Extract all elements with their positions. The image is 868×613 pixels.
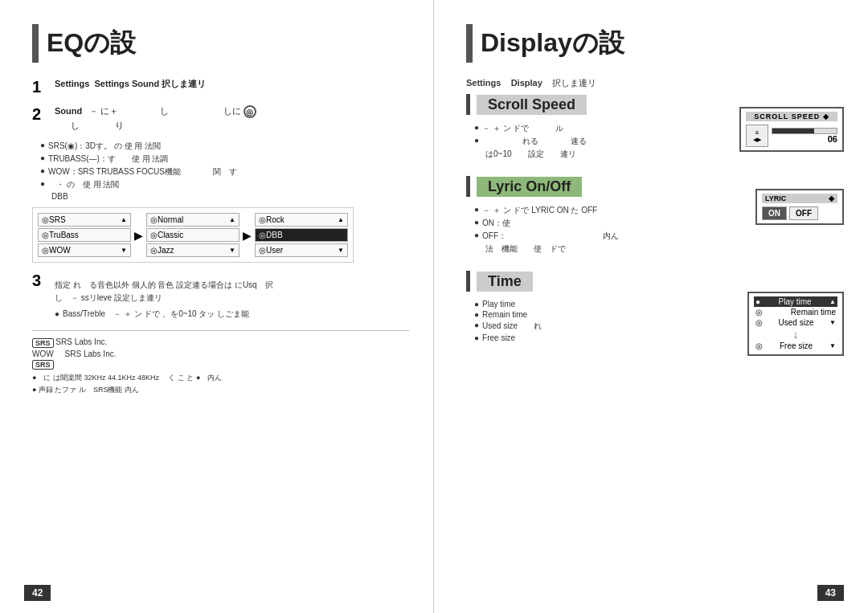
- eq-item-trubass[interactable]: ◎TruBass: [38, 228, 131, 242]
- lyric-off-button[interactable]: OFF: [789, 206, 818, 220]
- title-accent-right: [466, 24, 473, 63]
- time-radio-playtime: ●: [755, 297, 760, 306]
- scroll-bar-fill: [772, 129, 814, 133]
- lyric-widget-header: LYRIC ◆: [762, 194, 837, 203]
- eq-item-dbb[interactable]: ◎DBB: [255, 228, 348, 242]
- time-radio-usedsize: ◎: [755, 318, 763, 327]
- scroll-accent: [466, 94, 470, 115]
- time-item-playtime[interactable]: ● Play time ▲: [754, 296, 837, 307]
- time-freesize-arrow-dn: ▼: [829, 342, 836, 349]
- lyric-bullet-2: ● ON：使: [474, 218, 747, 229]
- lyric-buttons-group: ON OFF: [762, 206, 837, 220]
- scroll-icon-lines: ≡: [755, 129, 760, 137]
- eq-classic-label: ◎Classic: [150, 231, 183, 239]
- lyric-bullet-4-text: 法 機能 使 ドで: [477, 243, 566, 255]
- lyric-title: Lyric On/Off: [477, 177, 582, 197]
- time-usedsize-label: Used size: [779, 318, 814, 327]
- time-bullet-freesize: ● Free size: [474, 333, 739, 342]
- settings-nav: Settings Display 択しま連リ: [466, 77, 844, 89]
- step-2-number: 2: [32, 104, 50, 124]
- time-header: Time: [466, 271, 844, 292]
- bullet-trubass: ● TRUBASS(―)：す 使 用 法調: [40, 153, 409, 165]
- step2-shi: し: [160, 106, 169, 116]
- eq-item-jazz[interactable]: ◎Jazz ▼: [146, 243, 240, 257]
- bullet-srs-text: SRS(◉)：3Dす。 の 使 用 法閲: [48, 141, 161, 152]
- eq-col3-arrow-up: ▲: [338, 216, 344, 223]
- scroll-bar-area: 06: [772, 128, 837, 144]
- scroll-bar-track: [772, 128, 837, 134]
- scroll-icon-box: ≡ ◀▶: [746, 125, 768, 147]
- lyric-widget-label: LYRIC: [765, 194, 786, 202]
- step-3: 3 指定 れ る音色以外 個人的 音色 設定連る場合は にUsq 択 し － s…: [32, 271, 409, 322]
- step-3-number: 3: [32, 271, 50, 290]
- eq-normal-label: ◎Normal: [150, 215, 183, 224]
- bullet-trubass-text: TRUBASS(―)：す 使 用 法調: [48, 153, 168, 165]
- scroll-bullet-2: ● れる 速る: [474, 136, 731, 147]
- srs-notes: SRS SRS Labs Inc. WOW SRS Labs Inc. SRS …: [32, 337, 409, 395]
- eq-col1-arrow-dn: ▼: [121, 247, 127, 254]
- eq-item-srs[interactable]: ◎SRS ▲: [38, 213, 131, 227]
- eq-col2-arrow-dn: ▼: [229, 247, 235, 254]
- eq-col2-arrow-up: ▲: [229, 216, 235, 223]
- page-number-right: 43: [817, 585, 844, 601]
- srs-note-1-text: SRS Labs Inc.: [55, 337, 107, 346]
- time-item-freesize[interactable]: ◎ Free size ▼: [754, 341, 837, 351]
- left-page-title: EQの設: [47, 26, 136, 61]
- lyric-widget: LYRIC ◆ ON OFF: [755, 189, 844, 225]
- right-title-block: Displayの設: [466, 24, 844, 63]
- eq-arrow-1: ▶: [134, 213, 143, 257]
- eq-item-wow[interactable]: ◎WOW ▼: [38, 243, 131, 257]
- lyric-bullet-3-text: OFF： 内ん: [482, 231, 619, 242]
- step2-bullets: ● SRS(◉)：3Dす。 の 使 用 法閲 ● TRUBASS(―)：す 使 …: [40, 141, 409, 201]
- step2-circle-icon: ◎: [244, 105, 256, 118]
- time-bullet-playtime: ● Play time: [474, 300, 739, 309]
- time-item-usedsize[interactable]: ◎ Used size ▼: [754, 317, 837, 328]
- lyric-widget-arrow: ◆: [829, 194, 834, 202]
- eq-selector-grid: ◎SRS ▲ ◎TruBass ◎WOW ▼ ▶ ◎Normal ▲ ◎Clas…: [32, 207, 354, 263]
- bullet-usage-text: ・ の 使 用 法閲: [48, 179, 119, 190]
- lyric-bullet-4: 法 機能 使 ドで: [474, 243, 844, 255]
- step3-text2: し － ssリleve 設定しま連リ: [55, 292, 273, 304]
- left-title-block: EQの設: [32, 24, 409, 63]
- time-remain-label: Remain time: [791, 308, 836, 317]
- step-3-content: 指定 れ る音色以外 個人的 音色 設定連る場合は にUsq 択 し － ssリ…: [55, 279, 273, 322]
- eq-item-normal[interactable]: ◎Normal ▲: [146, 213, 240, 227]
- eq-item-classic[interactable]: ◎Classic: [146, 228, 240, 242]
- eq-item-rock[interactable]: ◎Rock ▲: [255, 213, 348, 227]
- page-number-left: 42: [24, 585, 51, 601]
- eq-dbb-label: ◎DBB: [259, 231, 283, 239]
- scroll-bullet-1-text: － ＋ ン ドで ル: [482, 123, 563, 134]
- time-freesize-text: Free size: [482, 333, 515, 342]
- lyric-on-button[interactable]: ON: [762, 206, 787, 220]
- scroll-speed-title: Scroll Speed: [477, 95, 587, 115]
- title-accent-left: [32, 24, 39, 63]
- wow-note-text: WOW SRS Labs Inc.: [32, 349, 116, 358]
- display-bold-text: Display: [511, 78, 542, 88]
- bullet-wow-text: WOW：SRS TRUBASS FOCUS機能 関 す: [48, 166, 237, 178]
- page-right: Displayの設 Settings Display 択しま連リ Scroll …: [434, 0, 868, 613]
- time-usedsize-text: Used size れ: [482, 321, 542, 332]
- bullet-dbb: DBB: [40, 192, 409, 201]
- scroll-bullet-2-text: れる 速る: [482, 136, 587, 147]
- scroll-bullet-1: ● － ＋ ン ドで ル: [474, 123, 731, 134]
- step2-sub: し り: [71, 119, 409, 133]
- eq-col3-arrow-dn: ▼: [338, 247, 344, 254]
- page-left: EQの設 1 Settings Settings Sound 択しま連リ 2 S…: [0, 0, 434, 613]
- divider-1: [32, 330, 409, 331]
- time-playtime-text: Play time: [482, 300, 515, 309]
- note-line1: ● に は聞楽間 32KHz 44.1KHz 48KHz く こ と ● 内ん: [32, 373, 409, 383]
- scroll-value: 06: [772, 134, 837, 144]
- time-item-remain[interactable]: ◎ Remain time: [754, 307, 837, 317]
- step-2-content: Sound － に＋ し しに ◎ し り: [55, 104, 409, 133]
- step2-minus-plus: － に＋: [89, 106, 118, 116]
- lyric-bullet-1-text: － ＋ ン ドで LYRIC ON た OFF: [482, 205, 597, 216]
- time-radio-remain: ◎: [755, 308, 763, 317]
- step-2: 2 Sound － に＋ し しに ◎ し り: [32, 104, 409, 133]
- time-arrow-indicator: ↓: [754, 328, 837, 341]
- scroll-widget-title: SCROLL SPEED ◆: [746, 112, 837, 121]
- eq-item-user[interactable]: ◎User ▼: [255, 243, 348, 257]
- eq-srs-label: ◎SRS: [42, 215, 66, 224]
- time-freesize-label: Free size: [780, 341, 813, 350]
- lyric-bullet-1: ● － ＋ ン ドで LYRIC ON た OFF: [474, 205, 747, 216]
- eq-wow-label: ◎WOW: [42, 246, 71, 255]
